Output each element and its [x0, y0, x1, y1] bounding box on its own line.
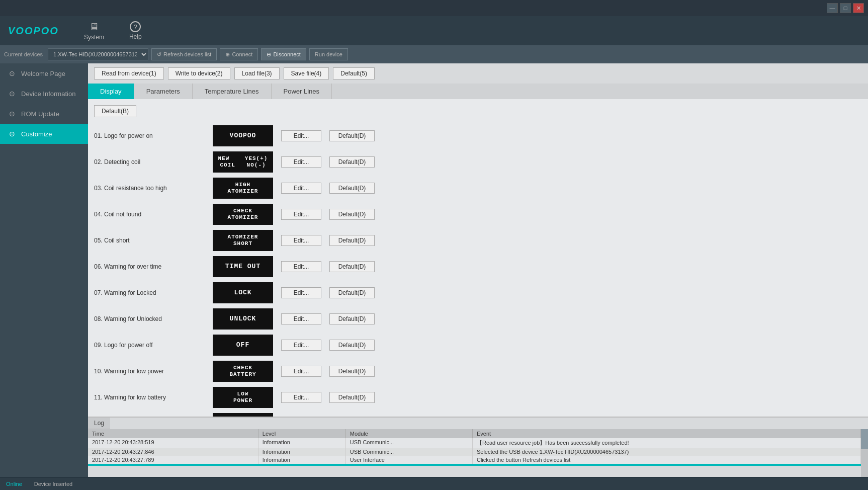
- nav-help[interactable]: ? Help: [124, 19, 147, 42]
- display-item-label-07: 07. Warning for Locked: [94, 289, 205, 296]
- edit-button-03[interactable]: Edit...: [281, 183, 321, 194]
- display-preview-09: OFF: [213, 335, 273, 356]
- display-item-label-09: 09. Logo for power off: [94, 342, 205, 349]
- sidebar-item-welcome-label: Welcome Page: [21, 70, 65, 77]
- maximize-button[interactable]: □: [840, 3, 851, 13]
- display-preview-01: VOOPOO: [213, 125, 273, 146]
- action-buttons: Read from device(1) Write to device(2) L…: [88, 63, 868, 84]
- close-button[interactable]: ✕: [853, 3, 864, 13]
- disconnect-button[interactable]: ⊖ Disconnect: [261, 48, 306, 60]
- default-d-button-01[interactable]: Default(D): [329, 130, 375, 141]
- tab-content-display: Default(B) 01. Logo for power onVOOPOOEd…: [88, 99, 868, 417]
- status-device-inserted: Device Inserted: [34, 481, 72, 487]
- minimize-button[interactable]: —: [827, 3, 838, 13]
- log-cell-time: 2017-12-20 20:43:27:846: [88, 448, 258, 456]
- log-tab[interactable]: Log: [88, 418, 110, 429]
- display-preview-03: HIGH ATOMIZER: [213, 178, 273, 199]
- default-d-button-02[interactable]: Default(D): [329, 156, 375, 168]
- edit-button-07[interactable]: Edit...: [281, 287, 321, 298]
- tab-parameters[interactable]: Parameters: [134, 84, 193, 99]
- content-area: Read from device(1) Write to device(2) L…: [88, 63, 868, 477]
- display-item-label-01: 01. Logo for power on: [94, 132, 205, 139]
- log-cell-event: Clicked the button Refresh devices list: [472, 456, 860, 464]
- edit-button-10[interactable]: Edit...: [281, 366, 321, 377]
- log-col-level: Level: [258, 429, 345, 438]
- status-online: Online: [6, 481, 22, 487]
- default-d-button-10[interactable]: Default(D): [329, 366, 375, 377]
- sidebar-item-welcome[interactable]: ⊙ Welcome Page: [0, 63, 88, 84]
- read-from-device-button[interactable]: Read from device(1): [94, 67, 164, 79]
- edit-button-01[interactable]: Edit...: [281, 130, 321, 141]
- display-preview-05: ATOMIZER SHORT: [213, 230, 273, 251]
- default-5-button[interactable]: Default(5): [333, 67, 375, 79]
- log-row: 2017-12-20 20:43:27:789InformationUser I…: [88, 456, 861, 464]
- default-b-button[interactable]: Default(B): [94, 105, 136, 117]
- display-item-label-11: 11. Warning for low battery: [94, 394, 205, 401]
- refresh-button[interactable]: ↺ Refresh devices list: [151, 48, 217, 60]
- edit-button-11[interactable]: Edit...: [281, 392, 321, 403]
- display-item-12: 12. High TempTEMP HIGHEdit...Default(D): [94, 413, 862, 417]
- sidebar-item-device-info-label: Device Information: [21, 90, 75, 98]
- log-cell-time: 2017-12-20 20:43:27:789: [88, 456, 258, 464]
- log-scrollbar-thumb[interactable]: [861, 429, 868, 449]
- default-d-button-09[interactable]: Default(D): [329, 340, 375, 351]
- log-cell-module: USB Communic...: [345, 448, 472, 456]
- log-cell-level: Information: [258, 448, 345, 456]
- default-d-button-11[interactable]: Default(D): [329, 392, 375, 403]
- nav-system[interactable]: 🖥 System: [79, 19, 109, 43]
- run-device-button[interactable]: Run device: [309, 48, 348, 60]
- default-d-button-05[interactable]: Default(D): [329, 235, 375, 246]
- default-d-button-04[interactable]: Default(D): [329, 209, 375, 220]
- save-file-button[interactable]: Save file(4): [284, 67, 329, 79]
- devices-label: Current devices: [4, 51, 43, 57]
- display-item-03: 03. Coil resistance too highHIGH ATOMIZE…: [94, 178, 862, 199]
- display-item-01: 01. Logo for power onVOOPOOEdit...Defaul…: [94, 125, 862, 146]
- log-col-time: Time: [88, 429, 258, 438]
- nav-help-label: Help: [129, 33, 142, 40]
- log-cell-time: 2017-12-20 20:43:28:519: [88, 438, 258, 448]
- display-preview-02: NEW YES(+) COIL NO(-): [213, 151, 273, 173]
- write-to-device-button[interactable]: Write to device(2): [168, 67, 230, 79]
- edit-button-08[interactable]: Edit...: [281, 313, 321, 324]
- edit-button-04[interactable]: Edit...: [281, 209, 321, 220]
- connect-button[interactable]: ⊕ Connect: [220, 48, 258, 60]
- sidebar-item-rom-update-label: ROM Update: [21, 110, 59, 118]
- welcome-icon: ⊙: [8, 69, 16, 77]
- log-scrollbar[interactable]: [861, 429, 868, 477]
- display-item-label-04: 04. Coil not found: [94, 211, 205, 218]
- edit-button-05[interactable]: Edit...: [281, 235, 321, 246]
- disconnect-icon: ⊖: [267, 51, 271, 58]
- display-preview-10: CHECK BATTERY: [213, 361, 273, 382]
- log-table: Time Level Module Event 2017-12-20 20:43…: [88, 429, 861, 464]
- log-cell-module: USB Communic...: [345, 438, 472, 448]
- sidebar-item-customize[interactable]: ⊙ Customize: [0, 124, 88, 144]
- load-file-button[interactable]: Load file(3): [234, 67, 280, 79]
- display-item-10: 10. Warning for low powerCHECK BATTERYEd…: [94, 361, 862, 382]
- sidebar-item-customize-label: Customize: [21, 130, 52, 138]
- teal-progress-bar: [88, 464, 861, 466]
- edit-button-06[interactable]: Edit...: [281, 261, 321, 272]
- logo: VOOPOO: [8, 25, 59, 37]
- tabs-row: Display Parameters Temperature Lines Pow…: [88, 84, 868, 99]
- display-preview-11: LOW POWER: [213, 387, 273, 408]
- default-d-button-08[interactable]: Default(D): [329, 313, 375, 324]
- tab-power[interactable]: Power Lines: [272, 84, 332, 99]
- sidebar-item-device-info[interactable]: ⊙ Device Information: [0, 84, 88, 104]
- tab-display[interactable]: Display: [88, 84, 134, 99]
- sidebar-item-rom-update[interactable]: ⊙ ROM Update: [0, 104, 88, 124]
- log-cell-event: Selected the USB device 1.XW-Tec HID(XU2…: [472, 448, 860, 456]
- display-item-label-10: 10. Warning for low power: [94, 368, 205, 375]
- nav-system-label: System: [84, 34, 104, 41]
- display-item-06: 06. Warning for over timeTIME OUTEdit...…: [94, 256, 862, 277]
- rom-update-icon: ⊙: [8, 110, 16, 118]
- default-d-button-03[interactable]: Default(D): [329, 183, 375, 194]
- display-item-02: 02. Detecting coilNEW YES(+) COIL NO(-)E…: [94, 151, 862, 173]
- tab-temperature[interactable]: Temperature Lines: [193, 84, 272, 99]
- edit-button-09[interactable]: Edit...: [281, 340, 321, 351]
- display-item-label-03: 03. Coil resistance too high: [94, 185, 205, 192]
- default-d-button-06[interactable]: Default(D): [329, 261, 375, 272]
- default-d-button-07[interactable]: Default(D): [329, 287, 375, 298]
- customize-icon: ⊙: [8, 130, 16, 138]
- device-select[interactable]: 1.XW-Tec HID(XU20000046573137): [48, 48, 148, 60]
- edit-button-02[interactable]: Edit...: [281, 156, 321, 168]
